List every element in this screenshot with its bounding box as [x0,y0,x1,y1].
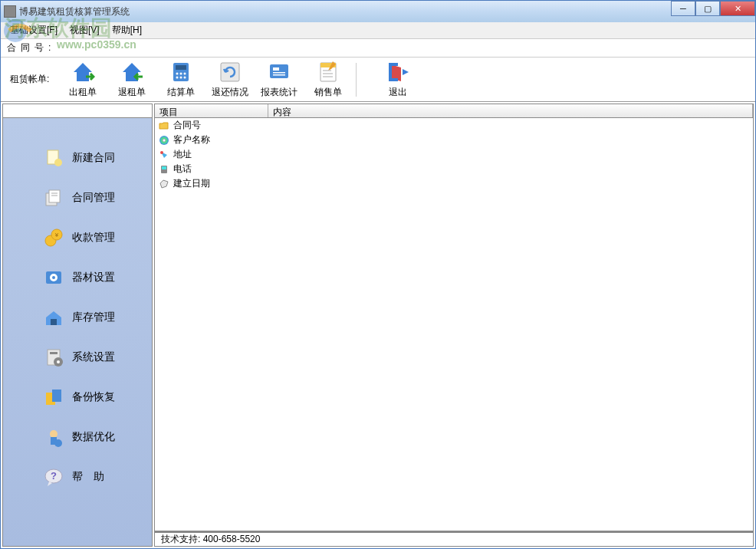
sidebar-item-inventory[interactable]: 库存管理 [3,304,152,331]
titlebar: 博易建筑租赁核算管理系统 ─ ▢ ✕ [1,1,755,22]
backup-icon [43,386,64,408]
toolbar-btn-label: 销售单 [314,86,342,99]
tree-item-label: 合同号 [173,119,201,132]
window-title: 博易建筑租赁核算管理系统 [19,5,130,18]
svg-rect-2 [176,65,186,70]
statusbar: 技术支持: 400-658-5520 [155,531,753,546]
svg-rect-13 [273,74,285,76]
cd-icon [158,134,170,146]
report-icon [267,60,291,84]
sidebar-item-label: 库存管理 [72,311,115,324]
menu-help[interactable]: 帮助[H] [106,22,148,38]
menu-view[interactable]: 视图[V] [64,22,106,38]
contract-number-label: 合同号: [7,41,55,54]
report-stats-button[interactable]: 报表统计 [255,60,304,100]
tree-item-label: 电话 [173,163,192,176]
column-header-content[interactable]: 内容 [268,104,753,117]
maximize-button[interactable]: ▢ [695,1,720,16]
toolbar-label: 租赁帐单: [10,73,49,86]
svg-rect-12 [273,72,285,74]
svg-rect-33 [50,352,58,354]
new-doc-icon [43,147,64,169]
toolbar-btn-label: 结算单 [167,86,195,99]
sidebar-container: 新建合同 合同管理 ¥ 收款管理 [2,104,153,547]
support-text: 技术支持: 400-658-5520 [161,533,260,546]
svg-text:?: ? [51,470,57,482]
sidebar-item-label: 合同管理 [72,191,115,205]
svg-rect-11 [273,67,279,71]
tree-item-phone[interactable]: 电话 [155,162,753,176]
app-icon [4,5,16,18]
exit-button[interactable]: 退出 [373,60,422,100]
svg-point-45 [160,151,163,154]
sidebar-item-label: 收款管理 [72,231,115,245]
sidebar-item-label: 系统设置 [72,350,115,364]
svg-rect-10 [270,64,288,78]
content-panel: 项目 内容 合同号 客户名称 [154,104,754,547]
toolbar-btn-label: 退租单 [118,86,146,99]
tree-item-address[interactable]: 地址 [155,147,753,162]
column-header-item[interactable]: 项目 [155,104,268,117]
sidebar-item-help[interactable]: ? 帮 助 [3,463,152,491]
return-rent-button[interactable]: 退租单 [107,60,156,100]
window-controls: ─ ▢ ✕ [671,1,755,16]
toolbar-separator [356,63,357,97]
sidebar-item-label: 帮 助 [72,470,104,484]
svg-point-30 [52,276,55,279]
calculator-icon [169,60,193,84]
svg-point-6 [176,77,179,79]
refresh-icon [218,60,242,84]
main-area: 新建合同 合同管理 ¥ 收款管理 [1,102,755,548]
return-status-button[interactable]: 退还情况 [205,60,255,100]
svg-point-40 [54,439,62,447]
sidebar-item-new-contract[interactable]: 新建合同 [3,144,152,172]
sidebar-item-equipment[interactable]: 器材设置 [3,264,152,291]
sidebar-item-label: 器材设置 [72,271,115,284]
svg-point-8 [184,77,186,79]
sidebar-item-backup[interactable]: 备份恢复 [3,383,152,411]
sidebar: 新建合同 合同管理 ¥ 收款管理 [3,118,152,546]
docs-icon [43,187,64,209]
contract-bar: 合同号: [1,39,755,58]
notepad-icon [316,60,340,84]
toolbar-btn-label: 退还情况 [212,86,248,99]
help-icon: ? [43,466,64,488]
close-button[interactable]: ✕ [720,1,755,16]
minimize-button[interactable]: ─ [671,1,695,16]
equipment-icon [43,267,64,288]
sales-order-button[interactable]: 销售单 [304,60,353,100]
svg-point-3 [176,73,179,75]
svg-point-44 [163,139,166,141]
toolbar-btn-label: 报表统计 [261,86,297,99]
sidebar-item-system-settings[interactable]: 系统设置 [3,344,152,371]
house-return-icon [120,60,144,84]
money-icon: ¥ [43,227,64,248]
content-body: 合同号 客户名称 地址 [155,118,753,531]
sidebar-item-payment-mgmt[interactable]: ¥ 收款管理 [3,224,152,251]
optimize-icon [43,426,64,448]
sidebar-item-label: 数据优化 [72,430,115,444]
sidebar-item-contract-mgmt[interactable]: 合同管理 [3,184,152,212]
svg-rect-9 [221,63,239,81]
svg-point-4 [180,73,182,75]
tree-item-customer[interactable]: 客户名称 [155,133,753,147]
sidebar-item-label: 新建合同 [72,151,115,165]
settlement-button[interactable]: 结算单 [156,60,205,100]
tree-item-contract-no[interactable]: 合同号 [155,118,753,133]
svg-point-5 [184,73,186,75]
tree-item-date[interactable]: 建立日期 [155,176,753,191]
rent-out-button[interactable]: 出租单 [58,60,107,100]
exit-icon [386,60,410,84]
sidebar-header [3,104,152,118]
house-out-icon [71,60,95,84]
sidebar-item-optimize[interactable]: 数据优化 [3,423,152,451]
toolbar-btn-label: 出租单 [69,86,97,99]
menubar: 基础设置[F] 视图[V] 帮助[H] [1,22,755,39]
main-window: 博易建筑租赁核算管理系统 ─ ▢ ✕ 基础设置[F] 视图[V] 帮助[H] 合… [0,0,756,549]
svg-text:¥: ¥ [54,232,59,238]
menu-basic-settings[interactable]: 基础设置[F] [4,22,64,38]
svg-rect-37 [52,390,61,402]
svg-point-20 [54,159,62,166]
svg-rect-47 [162,166,166,169]
svg-point-35 [57,360,60,363]
